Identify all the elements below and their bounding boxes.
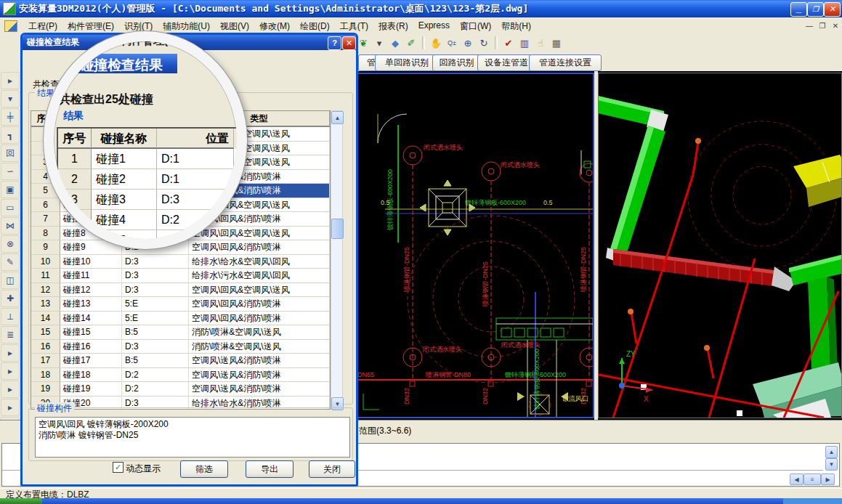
left-tool-button[interactable]: ∽ (1, 163, 20, 180)
row-name: 碰撞19 (60, 382, 122, 397)
left-tool-button[interactable]: 回 (1, 145, 20, 162)
menu-item[interactable]: 报表(R) (373, 18, 413, 35)
mdi-minimize-button[interactable]: — (803, 21, 815, 31)
toolbar-button-设备连管道[interactable]: 设备连管道 (477, 54, 535, 71)
minimize-button[interactable] (790, 2, 807, 17)
table-row[interactable]: 15碰撞15B:5消防\喷淋&空调风\送风 (31, 325, 330, 340)
table-scrollbar[interactable]: ▲ ▼ (331, 110, 343, 410)
left-tool-button[interactable]: ▭ (1, 199, 20, 216)
sprinkler-label-2: 闭式洒水喷头 (501, 161, 540, 168)
dialog-help-button[interactable]: ? (328, 36, 341, 50)
dialog-close-button[interactable]: ✕ (342, 36, 356, 50)
menu-item[interactable]: Express (413, 18, 455, 35)
mag-row-name: 碰撞2 (92, 169, 157, 190)
restore-button[interactable] (807, 2, 824, 17)
pick-entity-icon[interactable]: ☝ (533, 36, 548, 50)
menu-item[interactable]: 窗口(W) (455, 18, 496, 35)
magnified-table-row: 3碰撞3D:3 (58, 190, 237, 210)
document-icon (4, 20, 17, 32)
zoom-icon[interactable]: Q± (445, 36, 459, 50)
left-tool-button[interactable]: ┓ (1, 126, 20, 144)
axis-label-zy: ZY (626, 350, 636, 358)
magnifier-loupe: 构件管理(E) 碰撞检查结果 共检查出25处碰撞 结果 序号 碰撞名称 位置 1… (44, 31, 247, 249)
close-dialog-button[interactable]: 关闭 (309, 460, 355, 478)
mag-row-pos: D:3 (157, 190, 234, 210)
table-row[interactable]: 9碰撞9D:2空调风\回风&消防\喷淋 (31, 240, 330, 255)
mag-row-num: 2 (58, 169, 92, 190)
plant-style-icon[interactable]: ❦ (356, 36, 371, 50)
table-row[interactable]: 10碰撞10D:3给排水\给水&空调风\回风 (31, 255, 330, 269)
toolbar-separator (495, 36, 498, 49)
pan-hand-icon[interactable]: ✋ (429, 36, 443, 50)
hscroll-left-button[interactable]: ◀ (790, 473, 803, 485)
row-name: 碰撞17 (60, 354, 122, 368)
left-tool-button[interactable]: ⊗ (1, 235, 20, 253)
close-button[interactable] (824, 2, 841, 17)
left-tool-button[interactable]: ⟂ (1, 308, 20, 325)
left-tool-button[interactable]: ◫ (1, 272, 20, 289)
hscroll-thumb[interactable]: ≡ (803, 473, 821, 485)
toolbar-button-回路识别[interactable]: 回路识别 (432, 54, 481, 71)
table-scroll-thumb[interactable] (331, 219, 344, 239)
title-bar: 安装算量3DM2012(个人)管理版 - [C:\Documents and S… (0, 0, 842, 17)
row-num: 10 (31, 255, 60, 269)
filter-button[interactable]: 筛选 (180, 460, 228, 478)
pan-realtime-icon[interactable]: ⊕ (461, 36, 475, 50)
row-num: 9 (31, 240, 60, 255)
left-tool-button[interactable]: ⋈ (1, 217, 20, 235)
left-tool-button[interactable]: ✎ (1, 253, 20, 271)
dropdown-arrow-icon[interactable]: ▾ (372, 36, 386, 50)
left-tool-button[interactable]: ▸ (1, 72, 20, 89)
table-scroll-up-button[interactable]: ▲ (331, 111, 344, 124)
pipe-label-dn25: 喷淋钢管-DN25 (403, 247, 410, 292)
brush-icon[interactable]: ✐ (404, 36, 418, 50)
menu-item[interactable]: 帮助(H) (496, 18, 536, 35)
viewport-2d-plan[interactable]: 镀锌薄钢板-600X200 0.5 镀锌薄钢板-600X200 0.5 闭式洒水… (355, 73, 594, 418)
table-row[interactable]: 18碰撞18D:2空调风\送风&消防\喷淋 (31, 368, 330, 383)
table-row[interactable]: 14碰撞145:E空调风\回风&消防\喷淋 (31, 312, 330, 326)
dynamic-display-checkbox[interactable]: ✓ (113, 462, 124, 473)
left-tool-button[interactable]: ╪ (1, 108, 20, 126)
table-row[interactable]: 17碰撞17B:5空调风\送风&消防\喷淋 (31, 354, 330, 368)
duct-label-riser: 镀锌薄钢板-600X200 (533, 349, 541, 410)
left-tool-button[interactable]: ≣ (1, 326, 20, 344)
left-tool-button[interactable]: ▸ (1, 381, 20, 398)
print-icon[interactable]: ▦ (549, 36, 564, 50)
export-button[interactable]: 导出 (246, 460, 294, 478)
viewport-3d[interactable]: ZY X (598, 73, 842, 418)
left-tool-button[interactable]: ▸ (1, 362, 20, 380)
toolbar-button-管道连接设置[interactable]: 管道连接设置 (529, 54, 602, 71)
toolbar-button-单回路识别[interactable]: 单回路识别 (375, 54, 439, 71)
statistics-icon[interactable]: ▥ (517, 36, 532, 50)
left-tool-button[interactable]: ▸ (1, 399, 20, 416)
left-tool-button[interactable]: ✚ (1, 290, 20, 307)
sprinkler-label-3: 闭式洒水喷头 (423, 346, 462, 353)
cube-3d-icon[interactable]: ◆ (388, 36, 402, 50)
row-name: 碰撞18 (60, 368, 122, 383)
mdi-restore-button[interactable]: ❐ (817, 21, 828, 31)
table-row[interactable]: 12碰撞12D:3空调风\回风&空调风\送风 (31, 283, 330, 298)
check-icon[interactable]: ✔ (501, 36, 516, 50)
row-pos: D:3 (122, 340, 189, 354)
hscroll-right-button[interactable]: ▶ (821, 473, 835, 485)
command-scroll-up-button[interactable]: ▲ (825, 446, 838, 458)
windows-taskbar[interactable] (0, 498, 842, 504)
table-row[interactable]: 11碰撞11D:3给排水\污水&空调风\回风 (31, 269, 330, 283)
orbit-icon[interactable]: ↻ (477, 36, 491, 50)
table-row[interactable]: 16碰撞16D:3消防\喷淋&空调风\送风 (31, 340, 330, 354)
magnified-dialog-title: 碰撞检查结果 (80, 56, 163, 75)
left-tool-button[interactable]: ▾ (1, 90, 20, 107)
component-detail-text[interactable]: 空调风\回风 镀锌薄钢板-200X200 消防\喷淋 镀锌钢管-DN25 (35, 417, 350, 458)
row-type: 空调风\回风&消防\喷淋 (189, 312, 330, 326)
row-name: 碰撞10 (60, 255, 122, 269)
command-scroll-down-button[interactable]: ▼ (825, 458, 838, 471)
start-button-edge[interactable] (0, 498, 42, 504)
mag-row-num: 1 (58, 149, 92, 169)
magnified-col-pos: 位置 (157, 129, 234, 149)
table-row[interactable]: 13碰撞135:E空调风\回风&消防\喷淋 (31, 297, 330, 312)
left-tool-button[interactable]: ▸ (1, 344, 20, 362)
mdi-close-button[interactable]: ✕ (830, 21, 841, 31)
left-tool-button[interactable]: ▣ (1, 181, 20, 198)
row-num: 16 (31, 340, 60, 354)
table-row[interactable]: 19碰撞19D:2空调风\送风&消防\喷淋 (31, 382, 330, 397)
